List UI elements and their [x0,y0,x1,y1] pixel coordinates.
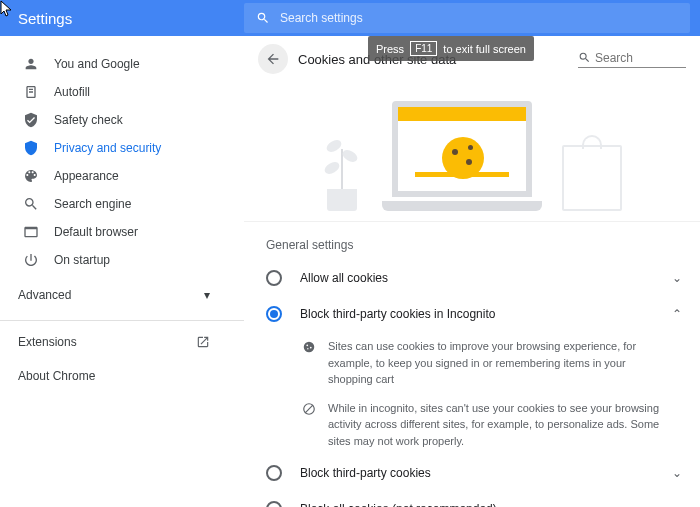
arrow-left-icon [265,51,281,67]
sidebar-item-safety-check[interactable]: Safety check [0,106,244,134]
detail-text: Sites can use cookies to improve your br… [328,338,660,388]
laptop-graphic [382,101,542,211]
block-icon [302,402,316,450]
overlay-pre: Press [376,43,404,55]
browser-icon [22,224,40,240]
shield-icon [22,140,40,156]
radio-unchecked-icon [266,501,282,507]
svg-point-1 [306,344,308,346]
sidebar-item-search-engine[interactable]: Search engine [0,190,244,218]
overlay-post: to exit full screen [443,43,526,55]
option-label: Block all cookies (not recommended) [300,502,672,507]
radio-unchecked-icon [266,465,282,481]
sidebar-item-you-and-google[interactable]: You and Google [0,50,244,78]
fullscreen-hint: Press F11 to exit full screen [368,36,534,61]
chevron-up-icon[interactable]: ⌃ [672,307,682,321]
svg-point-0 [304,342,315,353]
sidebar-item-label: Privacy and security [54,141,161,155]
external-link-icon [196,335,210,349]
option-block-third-party[interactable]: Block third-party cookies ⌄ [244,455,700,491]
section-title: General settings [244,222,700,260]
search-icon [256,11,270,25]
app-header: Settings [0,0,700,36]
sidebar-item-label: Appearance [54,169,119,183]
sidebar-item-privacy[interactable]: Privacy and security [0,134,244,162]
search-icon [22,196,40,212]
page-search[interactable] [578,51,686,68]
overlay-key: F11 [410,41,437,56]
svg-point-2 [310,347,312,349]
app-title: Settings [0,10,244,27]
option-label: Allow all cookies [300,271,672,285]
svg-line-5 [305,404,313,412]
person-icon [22,56,40,72]
back-button[interactable] [258,44,288,74]
option-allow-all[interactable]: Allow all cookies ⌄ [244,260,700,296]
illustration [244,82,700,222]
option-block-third-party-incognito[interactable]: Block third-party cookies in Incognito ⌃ [244,296,700,332]
plant-graphic [322,131,362,211]
cookie-small-icon [302,340,316,388]
option-label: Block third-party cookies in Incognito [300,307,672,321]
sidebar-item-label: On startup [54,253,110,267]
page-search-input[interactable] [595,51,675,65]
autofill-icon [22,84,40,100]
advanced-label: Advanced [18,288,71,302]
caret-down-icon: ▾ [204,288,210,302]
divider [0,320,244,321]
shield-check-icon [22,112,40,128]
sidebar-item-on-startup[interactable]: On startup [0,246,244,274]
sidebar-item-label: You and Google [54,57,140,71]
option-block-all[interactable]: Block all cookies (not recommended) ⌄ [244,491,700,507]
about-label: About Chrome [18,369,95,383]
main-content: Cookies and other site data General sett… [244,36,700,507]
sidebar-item-label: Autofill [54,85,90,99]
sidebar-item-default-browser[interactable]: Default browser [0,218,244,246]
option-label: Block third-party cookies [300,466,672,480]
header-search-input[interactable] [280,11,690,25]
radio-unchecked-icon [266,270,282,286]
radio-checked-icon [266,306,282,322]
chevron-down-icon[interactable]: ⌄ [672,502,682,507]
sidebar-about-chrome[interactable]: About Chrome [0,359,244,393]
chevron-down-icon[interactable]: ⌄ [672,271,682,285]
bag-graphic [562,145,622,211]
sidebar-advanced[interactable]: Advanced ▾ [0,274,244,316]
search-icon [578,51,591,64]
mouse-cursor [0,0,14,18]
sidebar-item-autofill[interactable]: Autofill [0,78,244,106]
palette-icon [22,168,40,184]
header-search-box[interactable] [244,3,690,33]
extensions-label: Extensions [18,335,77,349]
sidebar-item-label: Default browser [54,225,138,239]
option-detail: While in incognito, sites can't use your… [244,394,700,456]
sidebar-extensions[interactable]: Extensions [0,325,244,359]
detail-text: While in incognito, sites can't use your… [328,400,660,450]
power-icon [22,252,40,268]
option-detail: Sites can use cookies to improve your br… [244,332,700,394]
chevron-down-icon[interactable]: ⌄ [672,466,682,480]
sidebar-item-appearance[interactable]: Appearance [0,162,244,190]
svg-point-3 [307,348,308,349]
sidebar-item-label: Search engine [54,197,131,211]
sidebar: You and Google Autofill Safety check Pri… [0,36,244,507]
sidebar-item-label: Safety check [54,113,123,127]
